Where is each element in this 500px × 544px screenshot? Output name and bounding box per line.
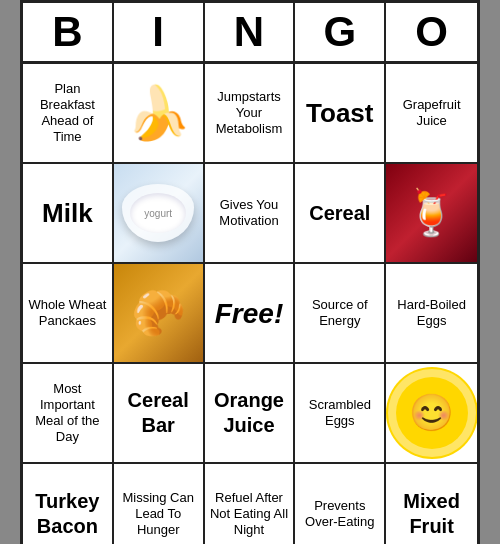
cell-text-10: Whole Wheat Panckaes [27,297,108,330]
header-letter-b: B [23,3,114,61]
bingo-header: BINGO [23,3,477,64]
bingo-cell-19: 😊 [386,364,477,464]
cell-text-14: Hard-Boiled Eggs [390,297,473,330]
header-letter-o: O [386,3,477,61]
bingo-cell-24: Mixed Fruit [386,464,477,544]
bingo-cell-10: Whole Wheat Panckaes [23,264,114,364]
cell-text-21: Missing Can Lead To Hunger [118,490,199,539]
cell-text-5: Milk [42,197,93,230]
bingo-cell-9: 🍹 [386,164,477,264]
smoothie-image: 🍹 [386,164,477,262]
cell-text-20: Turkey Bacon [27,489,108,539]
cell-text-15: Most Important Meal of the Day [27,381,108,446]
cell-text-24: Mixed Fruit [390,489,473,539]
cell-text-23: Prevents Over-Eating [299,498,380,531]
bingo-cell-20: Turkey Bacon [23,464,114,544]
bingo-cell-6: yogurt [114,164,205,264]
cell-text-17: Orange Juice [209,388,290,438]
cell-text-22: Refuel After Not Eating All Night [209,490,290,539]
bingo-cell-23: Prevents Over-Eating [295,464,386,544]
banana-icon: 🍌 [126,87,191,139]
bingo-card: BINGO Plan Breakfast Ahead of Time🍌Jumps… [20,0,480,544]
bingo-cell-18: Scrambled Eggs [295,364,386,464]
cell-text-0: Plan Breakfast Ahead of Time [27,81,108,146]
bingo-cell-2: Jumpstarts Your Metabolism [205,64,296,164]
bingo-cell-11: 🥐 [114,264,205,364]
header-letter-g: G [295,3,386,61]
header-letter-i: I [114,3,205,61]
cell-text-8: Cereal [309,201,370,226]
bingo-cell-13: Source of Energy [295,264,386,364]
bingo-cell-21: Missing Can Lead To Hunger [114,464,205,544]
bingo-cell-7: Gives You Motivation [205,164,296,264]
cell-text-12: Free! [215,296,283,331]
cell-text-13: Source of Energy [299,297,380,330]
bingo-grid: Plan Breakfast Ahead of Time🍌Jumpstarts … [23,64,477,544]
sun-face: 😊 [396,377,468,449]
cell-text-7: Gives You Motivation [209,197,290,230]
yogurt-image: yogurt [114,164,203,262]
cell-text-16: Cereal Bar [118,388,199,438]
bingo-cell-3: Toast [295,64,386,164]
cell-text-3: Toast [306,97,373,130]
bingo-cell-5: Milk [23,164,114,264]
pastry-image: 🥐 [114,264,203,362]
bingo-cell-12: Free! [205,264,296,364]
cell-text-4: Grapefruit Juice [390,97,473,130]
bingo-cell-4: Grapefruit Juice [386,64,477,164]
bingo-cell-15: Most Important Meal of the Day [23,364,114,464]
bingo-cell-22: Refuel After Not Eating All Night [205,464,296,544]
cell-text-2: Jumpstarts Your Metabolism [209,89,290,138]
cell-text-18: Scrambled Eggs [299,397,380,430]
bingo-cell-17: Orange Juice [205,364,296,464]
bingo-cell-14: Hard-Boiled Eggs [386,264,477,364]
bingo-cell-1: 🍌 [114,64,205,164]
bingo-cell-16: Cereal Bar [114,364,205,464]
bingo-cell-8: Cereal [295,164,386,264]
header-letter-n: N [205,3,296,61]
bingo-cell-0: Plan Breakfast Ahead of Time [23,64,114,164]
